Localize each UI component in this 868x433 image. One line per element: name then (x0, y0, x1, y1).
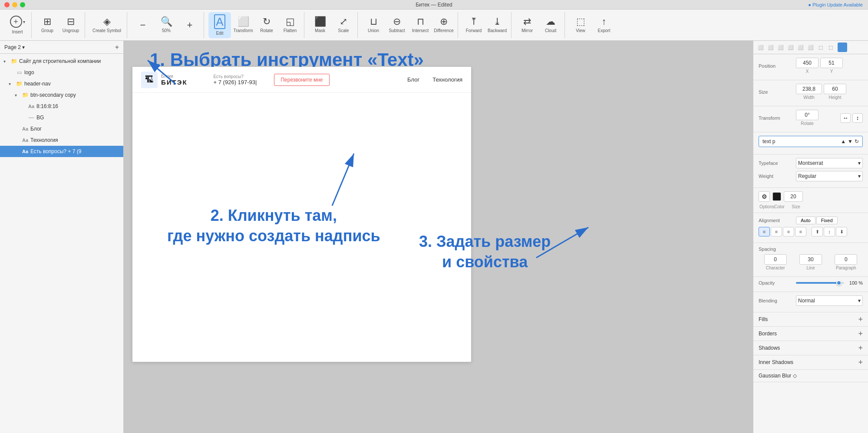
nav-blog-link[interactable]: Блог (407, 76, 419, 83)
text-align-left-button[interactable]: ≡ (759, 227, 770, 236)
blending-select[interactable]: Normal ▾ (796, 295, 863, 306)
zoom-label: 50% (162, 28, 171, 33)
gaussian-blur-row[interactable]: Gaussian Blur ◇ (753, 370, 868, 382)
text-field-refresh-icon[interactable]: ↻ (855, 138, 859, 144)
rotate-input[interactable] (796, 110, 818, 120)
char-label: Character (766, 266, 785, 270)
align-right-edge-button[interactable]: ⬜ (776, 43, 785, 52)
layer-item-blog[interactable]: ▾ Aa Блог (0, 123, 123, 134)
subtract-icon: ⊖ (393, 17, 401, 26)
rotate-label: Rotate (260, 28, 273, 33)
text-align-right-button[interactable]: ≡ (783, 227, 794, 236)
cta-button[interactable]: Перезвоните мне (274, 74, 329, 86)
text-field-display[interactable]: text p ▲ ▼ ↻ (759, 136, 863, 147)
export-button[interactable]: ↑ Export (593, 12, 615, 38)
align-fixed-button[interactable]: Fixed (816, 216, 838, 224)
font-size-input[interactable] (784, 191, 803, 202)
intersect-button[interactable]: ⊓ Intersect (409, 12, 432, 38)
shadows-add-icon[interactable]: + (858, 344, 863, 352)
view-button[interactable]: ⬚ View (569, 12, 592, 38)
layer-item-text816[interactable]: ▾ Aa 8:16:8:16 (0, 101, 123, 112)
text-valign-bot-button[interactable]: ⬇ (836, 227, 847, 236)
forward-button[interactable]: ⤒ Forward (462, 12, 485, 38)
position-x-input[interactable] (796, 58, 818, 68)
typeface-value: Montserrat (798, 160, 823, 166)
color-swatch[interactable] (772, 192, 781, 201)
flip-v-button[interactable]: ↕ (852, 113, 863, 123)
mask-button[interactable]: ⬛ Mask (309, 12, 331, 38)
line-spacing-input[interactable] (799, 254, 822, 265)
layer-item-tech[interactable]: ▾ Aa Технология (0, 134, 123, 146)
inner-shadows-row[interactable]: Inner Shadows + (753, 355, 868, 370)
para-spacing-input[interactable] (835, 254, 857, 265)
fills-add-icon[interactable]: + (858, 315, 863, 323)
insert-button[interactable]: + ▾ Insert (6, 12, 29, 38)
group-button[interactable]: ⊞ Group (36, 12, 59, 38)
canvas-area[interactable]: 1. Выбрать инструмент «Text» Сайт для ст… (124, 41, 753, 433)
size-width-input[interactable] (796, 84, 822, 94)
union-label: Union (368, 28, 379, 33)
distribute-v-button[interactable]: ⬚ (826, 43, 835, 52)
ungroup-button[interactable]: ⊟ Ungroup (59, 12, 82, 38)
align-left-edge-button[interactable]: ⬜ (756, 43, 766, 52)
inner-shadows-add-icon[interactable]: + (858, 358, 863, 366)
mirror-button[interactable]: ⇄ Mirror (516, 12, 538, 38)
text-valign-mid-button[interactable]: ↕ (824, 227, 835, 236)
layer-item-contact[interactable]: ▾ Aa Есть вопросы? + 7 (9 (0, 146, 123, 157)
opacity-slider[interactable] (796, 282, 844, 284)
flatten-button[interactable]: ◱ Flatten (279, 12, 301, 38)
options-button[interactable]: ⚙ (759, 191, 770, 202)
cloud-button[interactable]: ☁ Cloud (539, 12, 562, 38)
maximize-button[interactable] (20, 2, 25, 7)
alignment-mode-btns: Auto Fixed (796, 216, 838, 224)
flip-h-button[interactable]: ↔ (840, 113, 851, 123)
size-height-input[interactable] (824, 84, 846, 94)
position-y-input[interactable] (820, 58, 843, 68)
contact-label: Есть вопросы? (214, 74, 257, 79)
plugin-update-label[interactable]: ● Plugin Update Available (808, 2, 863, 7)
insert-chevron-icon: ▾ (23, 20, 25, 24)
align-auto-button[interactable]: Auto (796, 216, 815, 224)
rotate-button[interactable]: ↻ Rotate (255, 12, 278, 38)
text-field-down-icon[interactable]: ▼ (848, 138, 853, 144)
page-selector[interactable]: Page 2 ▾ (4, 44, 25, 50)
zoom-out-button[interactable]: − (132, 12, 154, 38)
align-top-edge-button[interactable]: ⬜ (786, 43, 795, 52)
nav-tech-link[interactable]: Технология (432, 76, 462, 83)
text-align-center-button[interactable]: ≡ (771, 227, 782, 236)
close-button[interactable] (4, 2, 10, 7)
char-spacing-input[interactable] (764, 254, 787, 265)
layer-item-site-root[interactable]: ▾ 📁 Сайт для строительной компании (0, 56, 123, 67)
difference-button[interactable]: ⊕ Difference (432, 12, 455, 38)
text-field-up-icon[interactable]: ▲ (841, 138, 846, 144)
subtract-button[interactable]: ⊖ Subtract (386, 12, 408, 38)
weight-select[interactable]: Regular ▾ (796, 171, 863, 181)
align-center-h-button[interactable]: ⬜ (766, 43, 776, 52)
text-align-justify-button[interactable]: ≡ (795, 227, 806, 236)
zoom-level-button[interactable]: 🔍 50% (155, 12, 178, 38)
create-symbol-button[interactable]: ◈ Create Symbol (89, 12, 124, 38)
typeface-select[interactable]: Montserrat ▾ (796, 158, 863, 168)
text-valign-top-button[interactable]: ⬆ (812, 227, 823, 236)
transform-button[interactable]: ⬜ Transform (232, 12, 254, 38)
backward-button[interactable]: ⤓ Backward (486, 12, 508, 38)
rp-icon-active[interactable] (838, 43, 847, 52)
minimize-button[interactable] (12, 2, 17, 7)
zoom-in-button[interactable]: + (178, 12, 201, 38)
edit-button[interactable]: A Edit (208, 12, 231, 38)
add-page-button[interactable]: + (115, 43, 119, 51)
align-bottom-edge-button[interactable]: ⬜ (806, 43, 815, 52)
flatten-label: Flatten (284, 28, 297, 33)
layer-item-logo[interactable]: ▾ ▭ logo (0, 67, 123, 78)
layer-item-header-nav[interactable]: ▾ 📁 header-nav (0, 78, 123, 89)
distribute-h-button[interactable]: ⬚ (816, 43, 825, 52)
borders-row[interactable]: Borders + (753, 327, 868, 341)
layer-item-btn-secondary[interactable]: ▾ 📁 btn-secondary copy (0, 89, 123, 101)
scale-button[interactable]: ⤢ Scale (332, 12, 355, 38)
borders-add-icon[interactable]: + (858, 330, 863, 338)
align-center-v-button[interactable]: ⬜ (796, 43, 805, 52)
fills-row[interactable]: Fills + (753, 312, 868, 327)
layer-item-bg[interactable]: ▾ — BG (0, 112, 123, 123)
shadows-row[interactable]: Shadows + (753, 341, 868, 355)
union-button[interactable]: ⊔ Union (362, 12, 385, 38)
